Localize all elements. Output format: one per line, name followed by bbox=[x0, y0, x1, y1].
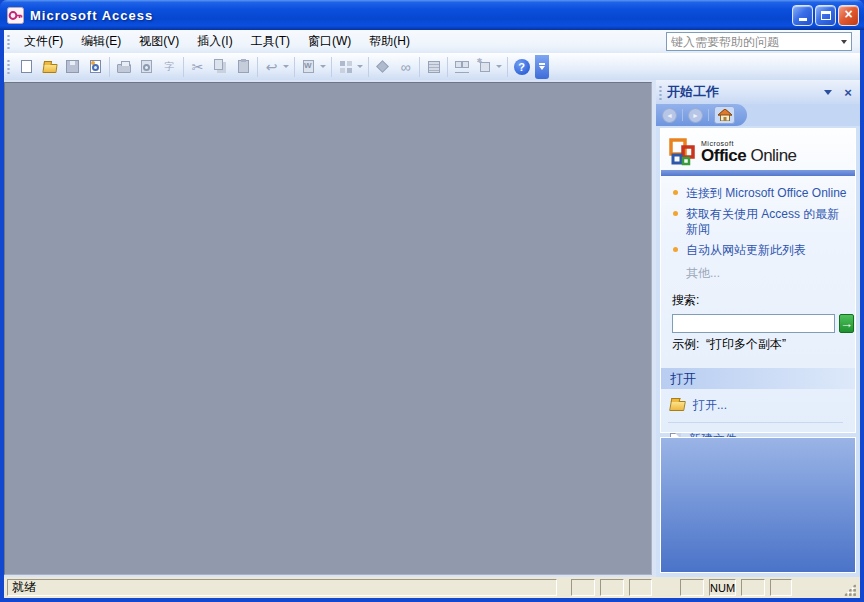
toolbar-options-icon bbox=[539, 63, 545, 65]
menu-item-view[interactable]: 视图(V) bbox=[130, 30, 188, 53]
list-item: 连接到 Microsoft Office Online bbox=[673, 186, 849, 202]
cut-button[interactable]: ✂ bbox=[186, 56, 209, 78]
menubar-grip[interactable] bbox=[7, 34, 10, 49]
search-label: 搜索: bbox=[672, 292, 855, 309]
spelling-button[interactable]: 字 bbox=[158, 56, 181, 78]
close-button[interactable]: × bbox=[838, 5, 859, 26]
menu-bar: 文件(F) 编辑(E) 视图(V) 插入(I) 工具(T) 窗口(W) 帮助(H… bbox=[4, 30, 860, 53]
getting-started-task-pane: 开始工作 × ◄ ► bbox=[656, 80, 860, 577]
help-icon: ? bbox=[514, 59, 530, 75]
status-ready-panel: 就绪 bbox=[7, 579, 557, 596]
save-button[interactable] bbox=[61, 56, 84, 78]
paste-icon bbox=[238, 60, 249, 73]
logo-office-text: Office bbox=[701, 146, 746, 165]
office-links-dropdown-arrow-icon[interactable] bbox=[320, 65, 326, 68]
nav-home-button[interactable] bbox=[714, 106, 735, 124]
task-pane-menu-button[interactable] bbox=[820, 84, 836, 100]
nav-forward-button[interactable]: ► bbox=[688, 108, 703, 123]
task-pane-nav-bar: ◄ ► bbox=[656, 104, 860, 126]
list-item: 自动从网站更新此列表 bbox=[673, 243, 849, 259]
chevron-down-icon bbox=[824, 90, 832, 95]
task-pane-empty-area bbox=[660, 437, 856, 573]
print-preview-button[interactable] bbox=[135, 56, 158, 78]
forward-arrow-icon: ► bbox=[692, 112, 699, 119]
open-folder-icon bbox=[669, 401, 686, 411]
help-button[interactable]: ? bbox=[510, 56, 533, 78]
save-icon bbox=[66, 60, 79, 73]
home-icon bbox=[718, 109, 732, 121]
menu-item-file[interactable]: 文件(F) bbox=[15, 30, 72, 53]
search-input[interactable] bbox=[672, 314, 835, 333]
status-text: 就绪 bbox=[12, 579, 36, 596]
status-panel bbox=[571, 579, 595, 596]
toolbar-grip[interactable] bbox=[7, 59, 10, 74]
office-links-button[interactable]: W bbox=[297, 56, 320, 78]
analyze-button[interactable] bbox=[334, 56, 357, 78]
paste-button[interactable] bbox=[232, 56, 255, 78]
menu-item-tools[interactable]: 工具(T) bbox=[242, 30, 299, 53]
new-object-icon bbox=[480, 62, 490, 72]
search-go-button[interactable]: → bbox=[839, 314, 854, 333]
link-latest-access-news[interactable]: 获取有关使用 Access 的最新新闻 bbox=[686, 207, 849, 238]
menu-item-help[interactable]: 帮助(H) bbox=[360, 30, 419, 53]
new-object-button[interactable] bbox=[473, 56, 496, 78]
logo-online-text: Online bbox=[746, 146, 796, 165]
minimize-button[interactable] bbox=[792, 5, 813, 26]
main-area: 开始工作 × ◄ ► bbox=[4, 80, 860, 577]
open-item[interactable]: 打开... bbox=[661, 389, 855, 422]
bullet-icon bbox=[673, 211, 678, 216]
open-button[interactable] bbox=[38, 56, 61, 78]
maximize-button[interactable] bbox=[815, 5, 836, 26]
analyze-dropdown-arrow-icon[interactable] bbox=[357, 65, 363, 68]
undo-icon: ↩ bbox=[266, 60, 278, 74]
resize-grip[interactable] bbox=[843, 583, 856, 596]
office-online-logo: Microsoft Office Online bbox=[661, 129, 855, 170]
status-panel bbox=[741, 579, 765, 596]
link-auto-update-list[interactable]: 自动从网站更新此列表 bbox=[686, 243, 806, 259]
menu-item-window[interactable]: 窗口(W) bbox=[299, 30, 360, 53]
status-panel bbox=[629, 579, 652, 596]
code-icon: ∞ bbox=[401, 60, 411, 74]
copy-button[interactable] bbox=[209, 56, 232, 78]
title-bar[interactable]: Microsoft Access × bbox=[0, 0, 864, 30]
copy-icon bbox=[214, 59, 223, 70]
mdi-workspace bbox=[4, 82, 652, 575]
help-search-input[interactable] bbox=[667, 35, 836, 49]
search-example: 示例: “打印多个副本” bbox=[672, 336, 845, 353]
open-link[interactable]: 打开... bbox=[693, 397, 727, 414]
status-panel bbox=[680, 579, 704, 596]
toolbar-separator bbox=[294, 57, 295, 77]
close-icon: × bbox=[844, 7, 852, 21]
toolbar-separator bbox=[419, 57, 420, 77]
print-button[interactable] bbox=[112, 56, 135, 78]
properties-button[interactable] bbox=[422, 56, 445, 78]
minimize-icon bbox=[799, 18, 807, 21]
new-button[interactable] bbox=[15, 56, 38, 78]
office-online-links: 连接到 Microsoft Office Online 获取有关使用 Acces… bbox=[661, 176, 855, 265]
script-button[interactable] bbox=[371, 56, 394, 78]
undo-dropdown-arrow-icon[interactable] bbox=[283, 65, 289, 68]
menu-item-insert[interactable]: 插入(I) bbox=[188, 30, 241, 53]
link-connect-office-online[interactable]: 连接到 Microsoft Office Online bbox=[686, 186, 847, 202]
new-object-dropdown-arrow-icon[interactable] bbox=[496, 65, 502, 68]
relationships-button[interactable] bbox=[450, 56, 473, 78]
toolbar-separator bbox=[257, 57, 258, 77]
file-search-button[interactable] bbox=[84, 56, 107, 78]
application-window: Microsoft Access × 文件(F) 编辑(E) 视图(V) 插入(… bbox=[0, 0, 864, 602]
undo-button[interactable]: ↩ bbox=[260, 56, 283, 78]
task-pane-grip[interactable] bbox=[659, 85, 662, 100]
code-button[interactable]: ∞ bbox=[394, 56, 417, 78]
chevron-down-icon[interactable] bbox=[836, 33, 851, 50]
office-logo-icon bbox=[669, 138, 697, 166]
toolbar-separator bbox=[183, 57, 184, 77]
toolbar-separator bbox=[331, 57, 332, 77]
cut-icon: ✂ bbox=[192, 60, 204, 74]
office-links-icon: W bbox=[303, 60, 314, 73]
status-panel bbox=[770, 579, 792, 596]
nav-back-button[interactable]: ◄ bbox=[662, 108, 677, 123]
task-pane-close-button[interactable]: × bbox=[840, 84, 856, 100]
menu-item-edit[interactable]: 编辑(E) bbox=[72, 30, 130, 53]
num-lock-indicator: NUM bbox=[710, 582, 735, 594]
help-question-box bbox=[666, 32, 852, 51]
toolbar-options-button[interactable] bbox=[535, 55, 549, 79]
